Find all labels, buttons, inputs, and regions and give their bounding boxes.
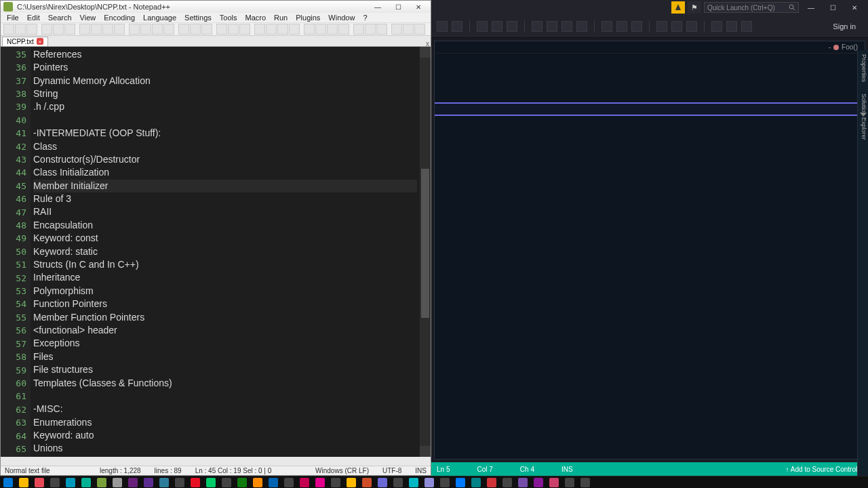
editor-area[interactable]: 3536373839404142434445464748495051525354… [1,47,431,458]
taskbar-app-13[interactable] [204,477,218,488]
taskbar-app-20[interactable] [313,477,327,488]
taskbar-app-22[interactable] [344,477,358,488]
horizontal-scrollbar[interactable] [1,457,431,465]
flag-icon[interactable]: ⚑ [688,1,701,14]
taskbar-app-31[interactable] [485,477,498,488]
notification-icon[interactable] [671,1,685,14]
editor-line[interactable]: Exceptions [33,337,417,350]
menu-plugins[interactable]: Plugins [292,13,323,22]
vs-toolbar-button-3[interactable] [492,21,502,32]
toolbar-button-10[interactable] [129,24,140,35]
maximize-button[interactable]: ☐ [389,1,408,13]
toolbar-button-16[interactable] [201,24,212,35]
breadcrumb-bar[interactable]: - Foo() [435,41,865,54]
taskbar-app-34[interactable] [532,477,545,488]
menu-macro[interactable]: Macro [241,13,269,22]
tab-close-icon[interactable]: × [37,38,43,45]
toolbar-button-14[interactable] [178,24,189,35]
vs-toolbar-button-15[interactable] [711,21,722,32]
taskbar-app-0[interactable] [1,477,15,488]
editor-line[interactable]: Inheritance [33,271,417,284]
vs-toolbar-button-12[interactable] [656,21,667,32]
vs-editor-area[interactable]: - Foo() [434,41,865,460]
editor-line[interactable]: Files [33,350,417,363]
toolbar-button-22[interactable] [277,24,288,35]
vs-toolbar-button-14[interactable] [686,21,697,32]
taskbar-app-32[interactable] [500,477,514,488]
taskbar-app-18[interactable] [282,477,296,488]
editor-line[interactable]: -MISC: [33,403,417,415]
taskbar-app-14[interactable] [220,477,233,488]
taskbar-app-37[interactable] [578,477,592,488]
editor-line[interactable]: Function Pointers [33,298,417,310]
editor-line[interactable]: Pointers [33,61,417,74]
editor-line[interactable]: Structs (In C and In C++) [33,258,417,271]
toolbar-button-5[interactable] [64,24,75,35]
vertical-scrollbar[interactable] [420,47,431,458]
taskbar-app-29[interactable] [454,477,467,488]
toolbar-button-7[interactable] [91,24,102,35]
menu-encoding[interactable]: Encoding [100,13,138,22]
toolbar-button-24[interactable] [304,24,315,35]
minimize-button[interactable]: — [368,1,387,13]
editor-line[interactable]: Polymorphism [33,285,417,298]
editor-line[interactable]: Class [33,140,417,153]
vs-toolbar-button-16[interactable] [726,21,737,32]
windows-taskbar[interactable] [0,476,868,488]
taskbar-app-2[interactable] [33,477,46,488]
toolbar-button-9[interactable] [114,24,125,35]
vs-toolbar-button-9[interactable] [601,21,612,32]
quick-launch-input[interactable]: Quick Launch (Ctrl+Q) [704,2,799,13]
vs-toolbar-button-7[interactable] [561,21,572,32]
solution-explorer-tab[interactable]: Solution Explorer [861,94,867,140]
taskbar-app-7[interactable] [111,477,124,488]
editor-line[interactable]: Keyword: auto [33,429,417,442]
taskbar-app-6[interactable] [95,477,108,488]
taskbar-app-12[interactable] [189,477,202,488]
taskbar-app-21[interactable] [329,477,342,488]
menu-view[interactable]: View [77,13,100,22]
menu-file[interactable]: File [3,13,22,22]
editor-line[interactable]: -INTERMEDIATE (OOP Stuff): [33,127,417,140]
menu-language[interactable]: Language [140,13,180,22]
toolbar-button-11[interactable] [140,24,151,35]
taskbar-app-23[interactable] [360,477,374,488]
toolbar-button-13[interactable] [163,24,174,35]
close-button[interactable]: ✕ [409,1,428,13]
editor-line[interactable]: File structures [33,363,417,376]
toolbar-button-1[interactable] [15,24,26,35]
toolbar-button-33[interactable] [414,24,425,35]
editor-line[interactable]: Keyword: static [33,245,417,258]
taskbar-app-24[interactable] [376,477,389,488]
toolbar-button-23[interactable] [289,24,300,35]
taskbar-app-16[interactable] [251,477,264,488]
taskbar-app-36[interactable] [563,477,576,488]
document-tab[interactable]: NCPP.txt × [2,37,48,46]
taskbar-app-5[interactable] [79,477,93,488]
toolbar-button-31[interactable] [391,24,402,35]
toolbar-button-19[interactable] [239,24,250,35]
taskbar-app-9[interactable] [142,477,155,488]
toolbar-button-3[interactable] [41,24,52,35]
toolbar-button-21[interactable] [266,24,277,35]
titlebar[interactable]: C:\Users\Nirex\Desktop\NCPP.txt - Notepa… [1,1,431,13]
editor-line[interactable]: Dynamic Memory Allocation [33,75,417,87]
editor-line[interactable]: RAII [33,205,417,218]
menu-help[interactable]: ? [359,13,370,22]
taskbar-app-8[interactable] [126,477,140,488]
vs-close-button[interactable]: ✕ [845,1,864,14]
editor-line[interactable]: Constructor(s)/Destructor [33,153,417,166]
vs-toolbar-button-2[interactable] [477,21,488,32]
vs-minimize-button[interactable]: — [802,1,821,14]
taskbar-app-4[interactable] [64,477,77,488]
toolbar-button-6[interactable] [79,24,90,35]
menu-tools[interactable]: Tools [216,13,241,22]
toolbar-button-20[interactable] [254,24,265,35]
vs-toolbar-button-13[interactable] [671,21,682,32]
taskbar-app-1[interactable] [17,477,31,488]
vs-titlebar[interactable]: ⚑ Quick Launch (Ctrl+Q) — ☐ ✕ [431,0,868,15]
taskbar-app-15[interactable] [235,477,249,488]
toolbar-button-17[interactable] [216,24,227,35]
editor-line[interactable]: Templates (Classes & Functions) [33,377,417,390]
toolbar-button-32[interactable] [403,24,414,35]
